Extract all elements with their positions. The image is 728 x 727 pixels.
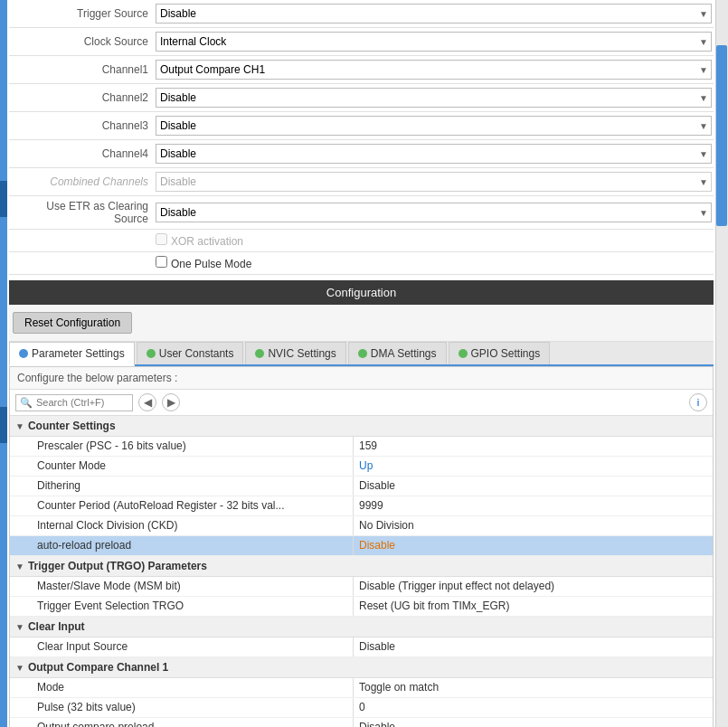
dropdown-wrapper-0[interactable]: Disable▼ xyxy=(156,4,712,24)
left-accent xyxy=(0,0,7,727)
section-header-0[interactable]: ▼Counter Settings xyxy=(10,416,713,437)
reset-btn-row: Reset Configuration xyxy=(9,305,714,342)
chevron-down-icon: ▼ xyxy=(15,663,24,673)
dropdown-select-1[interactable]: Internal Clock xyxy=(156,32,712,52)
left-accent-bar1 xyxy=(0,181,7,217)
dropdown-select-3[interactable]: Disable xyxy=(156,88,712,108)
table-row[interactable]: Output compare preloadDisable xyxy=(10,718,713,727)
param-value: No Division xyxy=(354,516,713,535)
dropdown-select-5[interactable]: Disable xyxy=(156,144,712,164)
checkbox-0 xyxy=(156,233,167,245)
search-input[interactable] xyxy=(36,397,127,408)
table-row[interactable]: Prescaler (PSC - 16 bits value)159 xyxy=(10,437,713,457)
table-row[interactable]: Internal Clock Division (CKD)No Division xyxy=(10,516,713,536)
dropdown-wrapper-3[interactable]: Disable▼ xyxy=(156,88,712,108)
config-header: Configuration xyxy=(9,280,714,305)
tab-label: DMA Settings xyxy=(371,347,437,360)
tab-status-dot xyxy=(147,349,156,358)
right-scrollbar[interactable] xyxy=(715,0,728,727)
dropdown-select-7[interactable]: Disable xyxy=(156,203,712,222)
section-header-1[interactable]: ▼Trigger Output (TRGO) Parameters xyxy=(10,556,713,577)
table-row[interactable]: DitheringDisable xyxy=(10,477,713,496)
tabs-row: Parameter SettingsUser ConstantsNVIC Set… xyxy=(9,342,714,366)
table-row[interactable]: Counter ModeUp xyxy=(10,457,713,477)
param-value: Disable xyxy=(354,477,713,496)
reset-configuration-button[interactable]: Reset Configuration xyxy=(13,312,132,334)
search-box[interactable]: 🔍 xyxy=(15,394,133,411)
param-name: Counter Mode xyxy=(10,457,354,476)
dropdown-row-1: Clock SourceInternal Clock▼ xyxy=(9,28,714,56)
table-row[interactable]: auto-reload preloadDisable xyxy=(10,536,713,556)
dropdown-label-2: Channel1 xyxy=(11,63,156,76)
section-header-2[interactable]: ▼Clear Input xyxy=(10,617,713,637)
dropdown-wrapper-4[interactable]: Disable▼ xyxy=(156,116,712,136)
dropdown-select-6[interactable]: Disable xyxy=(156,172,712,192)
dropdown-row-0: Trigger SourceDisable▼ xyxy=(9,0,714,28)
dropdown-row-4: Channel3Disable▼ xyxy=(9,112,714,140)
param-name: Mode xyxy=(10,678,354,697)
param-value: Reset (UG bit from TIMx_EGR) xyxy=(354,597,713,616)
param-value: Disable xyxy=(354,536,713,555)
param-value: 0 xyxy=(354,698,713,717)
tab-label: GPIO Settings xyxy=(471,347,541,360)
param-name: Master/Slave Mode (MSM bit) xyxy=(10,577,354,596)
dropdown-select-4[interactable]: Disable xyxy=(156,116,712,136)
tab-nvic-settings[interactable]: NVIC Settings xyxy=(245,342,345,364)
dropdown-wrapper-7[interactable]: Disable▼ xyxy=(156,203,712,222)
tab-user-constants[interactable]: User Constants xyxy=(137,342,244,364)
tab-dma-settings[interactable]: DMA Settings xyxy=(348,342,447,364)
dropdown-label-4: Channel3 xyxy=(11,119,156,132)
tab-label: Parameter Settings xyxy=(32,347,125,360)
dropdown-label-5: Channel4 xyxy=(11,147,156,160)
tab-status-dot xyxy=(358,349,367,358)
dropdown-wrapper-2[interactable]: Output Compare CH1▼ xyxy=(156,60,712,80)
chevron-down-icon: ▼ xyxy=(15,562,24,571)
tab-status-dot xyxy=(255,349,264,358)
param-value: 9999 xyxy=(354,496,713,515)
main-container: Trigger SourceDisable▼Clock SourceIntern… xyxy=(0,0,728,727)
table-row[interactable]: ModeToggle on match xyxy=(10,678,713,698)
param-value: Toggle on match xyxy=(354,678,713,697)
table-row[interactable]: Master/Slave Mode (MSM bit)Disable (Trig… xyxy=(10,577,713,597)
table-row[interactable]: Clear Input SourceDisable xyxy=(10,637,713,657)
param-name: auto-reload preload xyxy=(10,536,354,555)
nav-next-button[interactable]: ▶ xyxy=(162,393,180,411)
dropdown-row-7: Use ETR as Clearing SourceDisable▼ xyxy=(9,196,714,230)
param-value: Disable (Trigger input effect not delaye… xyxy=(354,577,713,596)
section-label: Clear Input xyxy=(28,620,85,633)
search-row: 🔍 ◀ ▶ i xyxy=(10,390,713,416)
chevron-down-icon: ▼ xyxy=(15,622,24,632)
tab-status-dot xyxy=(459,349,468,358)
tab-label: NVIC Settings xyxy=(268,347,336,360)
dropdown-select-2[interactable]: Output Compare CH1 xyxy=(156,60,712,80)
dropdown-wrapper-6[interactable]: Disable▼ xyxy=(156,172,712,192)
table-row[interactable]: Trigger Event Selection TRGOReset (UG bi… xyxy=(10,597,713,617)
dropdown-wrapper-1[interactable]: Internal Clock▼ xyxy=(156,32,712,52)
table-row[interactable]: Counter Period (AutoReload Register - 32… xyxy=(10,496,713,516)
search-icon: 🔍 xyxy=(20,397,33,409)
dropdown-rows: Trigger SourceDisable▼Clock SourceIntern… xyxy=(9,0,714,230)
param-name: Pulse (32 bits value) xyxy=(10,698,354,717)
checkbox-row-0: XOR activation xyxy=(9,230,714,252)
param-name: Output compare preload xyxy=(10,718,354,727)
dropdown-row-5: Channel4Disable▼ xyxy=(9,140,714,168)
param-name: Clear Input Source xyxy=(10,637,354,656)
tab-status-dot xyxy=(19,349,28,358)
dropdown-wrapper-5[interactable]: Disable▼ xyxy=(156,144,712,164)
dropdown-row-2: Channel1Output Compare CH1▼ xyxy=(9,56,714,84)
scroll-thumb[interactable] xyxy=(716,45,727,226)
info-button[interactable]: i xyxy=(689,393,707,411)
table-row[interactable]: Pulse (32 bits value)0 xyxy=(10,698,713,718)
checkbox-label-1[interactable]: One Pulse Mode xyxy=(156,256,251,270)
section-header-3[interactable]: ▼Output Compare Channel 1 xyxy=(10,657,713,678)
dropdown-select-0[interactable]: Disable xyxy=(156,4,712,24)
section-label: Output Compare Channel 1 xyxy=(28,661,168,674)
section-label: Counter Settings xyxy=(28,420,116,432)
checkbox-1[interactable] xyxy=(156,256,167,268)
nav-prev-button[interactable]: ◀ xyxy=(138,393,156,411)
content-area: Trigger SourceDisable▼Clock SourceIntern… xyxy=(9,0,714,727)
param-value: Up xyxy=(354,457,713,476)
param-value: Disable xyxy=(354,637,713,656)
tab-parameter-settings[interactable]: Parameter Settings xyxy=(9,342,135,366)
tab-gpio-settings[interactable]: GPIO Settings xyxy=(449,342,551,364)
